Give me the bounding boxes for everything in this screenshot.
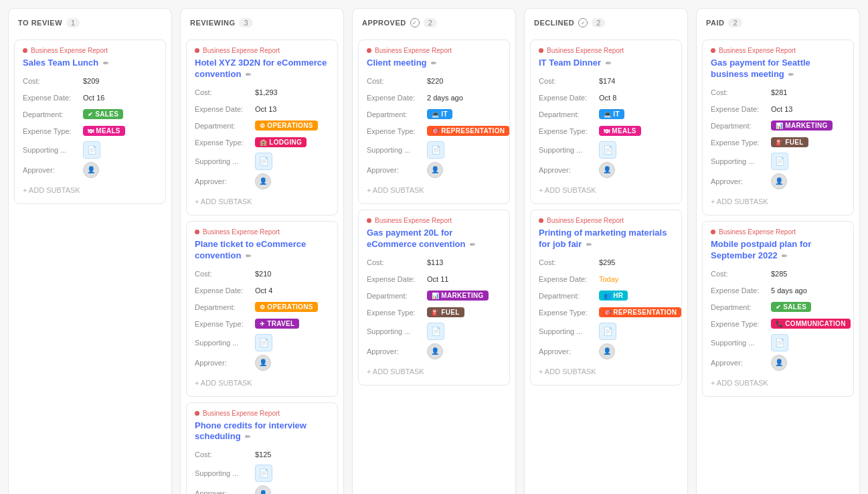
- category-dot: [711, 48, 715, 53]
- edit-icon[interactable]: ✏: [246, 71, 251, 78]
- column-count: 2: [728, 18, 742, 27]
- approver-row: Approver: 👤: [367, 343, 501, 359]
- approver-avatar[interactable]: 👤: [599, 162, 615, 178]
- category-label: Business Expense Report: [203, 47, 280, 54]
- approver-avatar[interactable]: 👤: [771, 355, 787, 371]
- approver-row: Approver: 👤: [195, 173, 329, 189]
- approver-avatar[interactable]: 👤: [255, 173, 271, 189]
- task-card[interactable]: Business Expense Report Client meeting ✏…: [358, 39, 510, 204]
- file-icon[interactable]: 📄: [599, 323, 616, 340]
- cost-value: $295: [599, 258, 615, 266]
- add-subtask-button[interactable]: + ADD SUBTASK: [711, 376, 845, 390]
- add-subtask-button[interactable]: + ADD SUBTASK: [539, 365, 673, 378]
- expense-type-label: Expense Type:: [367, 309, 427, 317]
- file-icon[interactable]: 📄: [427, 141, 444, 159]
- file-icon[interactable]: 📄: [255, 465, 272, 482]
- approver-row: Approver: 👤: [195, 485, 329, 494]
- department-label: Department:: [23, 110, 83, 118]
- task-card[interactable]: Business Expense Report Printing of mark…: [530, 210, 682, 386]
- cost-label: Cost:: [711, 270, 771, 278]
- approver-row: Approver: 👤: [711, 173, 845, 189]
- date-value: Today: [599, 275, 618, 283]
- column-count: 2: [424, 18, 437, 27]
- cost-label: Cost:: [539, 77, 599, 85]
- category-dot: [367, 218, 371, 223]
- add-subtask-button[interactable]: + ADD SUBTASK: [367, 183, 501, 197]
- kanban-board: TO REVIEW1 Business Expense Report Sales…: [0, 0, 868, 494]
- department-row: Department: ⚙ OPERATIONS: [195, 301, 329, 314]
- add-subtask-button[interactable]: + ADD SUBTASK: [195, 376, 329, 390]
- edit-icon[interactable]: ✏: [431, 60, 436, 67]
- edit-icon[interactable]: ✏: [788, 71, 794, 78]
- expense-type-row: Expense Type: 🍽 MEALS: [539, 125, 673, 138]
- date-label: Expense Date:: [539, 94, 599, 102]
- file-icon[interactable]: 📄: [427, 323, 444, 340]
- task-card[interactable]: Business Expense Report Gas payment 20L …: [358, 210, 510, 386]
- department-badge: ✔ SALES: [771, 302, 811, 312]
- add-subtask-button[interactable]: + ADD SUBTASK: [23, 183, 157, 197]
- supporting-row: Supporting ... 📄: [195, 465, 329, 482]
- task-card[interactable]: Business Expense Report IT Team Dinner ✏…: [530, 39, 682, 204]
- task-card[interactable]: Business Expense Report Plane ticket to …: [186, 221, 338, 397]
- card-title: Gas payment 20L for eCommerce convention…: [367, 228, 501, 250]
- category-label: Business Expense Report: [719, 228, 796, 236]
- expense-type-label: Expense Type:: [195, 139, 255, 147]
- approver-avatar[interactable]: 👤: [599, 343, 615, 359]
- expense-type-label: Expense Type:: [711, 320, 771, 328]
- task-card[interactable]: Business Expense Report Gas payment for …: [702, 39, 854, 216]
- approver-avatar[interactable]: 👤: [255, 355, 271, 371]
- edit-icon[interactable]: ✏: [606, 60, 611, 67]
- file-icon[interactable]: 📄: [255, 334, 272, 351]
- approver-label: Approver:: [195, 489, 255, 494]
- task-card[interactable]: Business Expense Report Sales Team Lunch…: [14, 39, 166, 204]
- approver-row: Approver: 👤: [195, 355, 329, 371]
- cost-value: $210: [255, 270, 271, 278]
- file-icon[interactable]: 📄: [771, 334, 788, 351]
- cost-label: Cost:: [195, 88, 255, 96]
- approver-avatar[interactable]: 👤: [255, 485, 271, 494]
- check-icon: ✓: [410, 18, 420, 27]
- column-body-reviewing: Business Expense Report Hotel XYZ 3D2N f…: [181, 34, 343, 494]
- expense-type-row: Expense Type: 🎯 REPRESENTATION: [539, 306, 673, 319]
- file-icon[interactable]: 📄: [255, 153, 272, 170]
- card-title: Client meeting ✏: [367, 58, 501, 69]
- task-card[interactable]: Business Expense Report Phone credits fo…: [186, 402, 338, 494]
- add-subtask-button[interactable]: + ADD SUBTASK: [711, 195, 845, 208]
- edit-icon[interactable]: ✏: [782, 252, 787, 260]
- add-subtask-button[interactable]: + ADD SUBTASK: [195, 195, 329, 208]
- task-card[interactable]: Business Expense Report Hotel XYZ 3D2N f…: [186, 39, 338, 216]
- cost-row: Cost: $220: [367, 74, 501, 88]
- approver-avatar[interactable]: 👤: [427, 162, 443, 178]
- add-subtask-button[interactable]: + ADD SUBTASK: [367, 365, 501, 378]
- column-declined: DECLINED✓2 Business Expense Report IT Te…: [524, 8, 688, 494]
- department-icon: 💻: [432, 111, 439, 118]
- approver-row: Approver: 👤: [539, 162, 673, 178]
- expense-type-row: Expense Type: 🎯 REPRESENTATION: [367, 125, 501, 138]
- file-icon[interactable]: 📄: [83, 141, 100, 159]
- department-icon: ✔: [88, 111, 93, 118]
- approver-avatar[interactable]: 👤: [427, 343, 443, 359]
- edit-icon[interactable]: ✏: [103, 60, 108, 67]
- supporting-label: Supporting ...: [539, 146, 599, 154]
- approver-avatar[interactable]: 👤: [83, 162, 99, 178]
- file-icon[interactable]: 📄: [599, 141, 616, 159]
- approver-row: Approver: 👤: [367, 162, 501, 178]
- add-subtask-button[interactable]: + ADD SUBTASK: [539, 183, 673, 197]
- department-icon: 📊: [776, 122, 783, 129]
- department-badge: 💻 IT: [599, 109, 624, 119]
- edit-icon[interactable]: ✏: [586, 241, 592, 248]
- category-label: Business Expense Report: [719, 47, 796, 54]
- date-label: Expense Date:: [195, 286, 255, 295]
- task-card[interactable]: Business Expense Report Mobile postpaid …: [702, 221, 854, 397]
- edit-icon[interactable]: ✏: [245, 433, 250, 440]
- column-header-paid: PAID2: [697, 9, 859, 34]
- file-icon[interactable]: 📄: [771, 153, 788, 170]
- cost-value: $125: [255, 450, 271, 459]
- cost-label: Cost:: [367, 77, 427, 85]
- supporting-label: Supporting ...: [711, 339, 771, 347]
- edit-icon[interactable]: ✏: [470, 241, 475, 248]
- edit-icon[interactable]: ✏: [246, 252, 251, 260]
- expense-type-icon: ✈: [260, 321, 265, 327]
- approver-row: Approver: 👤: [539, 343, 673, 359]
- approver-avatar[interactable]: 👤: [771, 173, 787, 189]
